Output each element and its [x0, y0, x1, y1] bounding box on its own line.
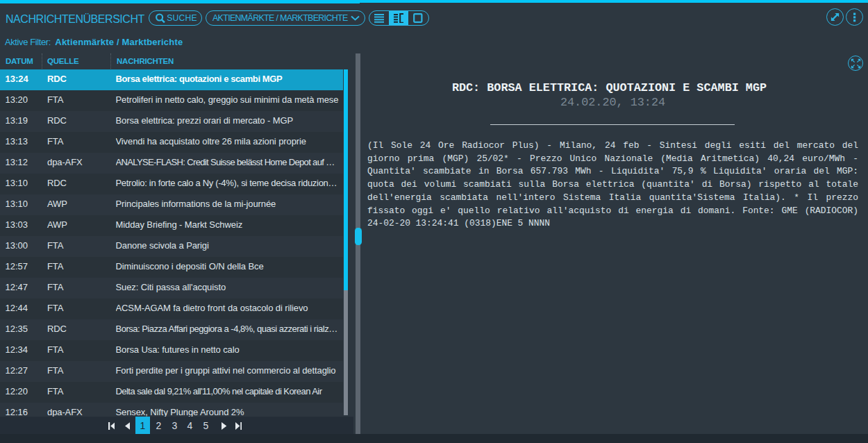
svg-text:AKTIENMÄRKTE / MARKTBERICHTE: AKTIENMÄRKTE / MARKTBERICHTE [212, 13, 348, 23]
svg-text:SUCHE: SUCHE [167, 13, 197, 23]
